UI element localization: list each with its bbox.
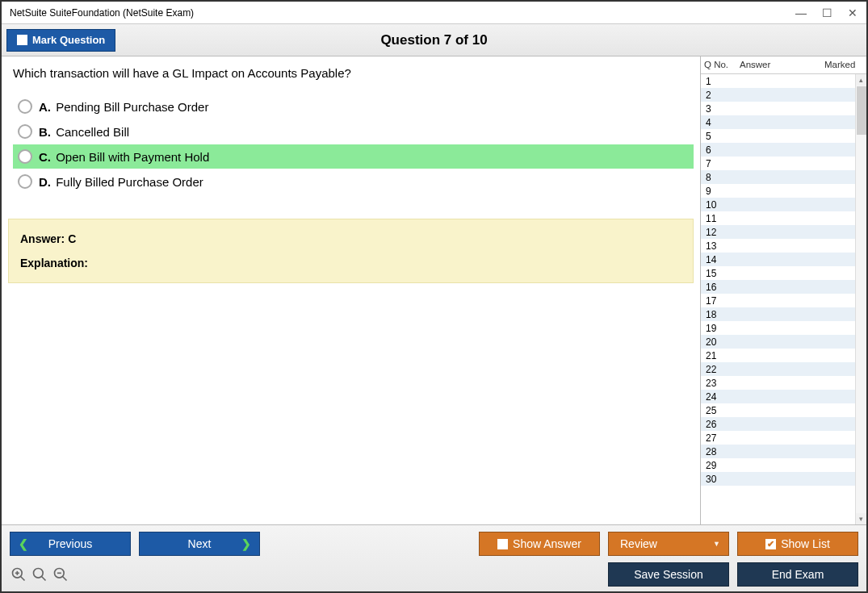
cell-qno: 22 <box>701 364 736 375</box>
next-button[interactable]: Next ❯ <box>139 532 260 556</box>
chevron-down-icon: ▼ <box>713 540 720 548</box>
option-c[interactable]: C. Open Bill with Payment Hold <box>13 144 694 169</box>
cell-qno: 19 <box>701 323 736 334</box>
radio-icon[interactable] <box>18 99 32 114</box>
mark-question-checkbox[interactable] <box>17 35 27 45</box>
cell-qno: 21 <box>701 350 736 361</box>
option-b[interactable]: B. Cancelled Bill <box>13 119 694 144</box>
cell-qno: 14 <box>701 254 736 265</box>
question-position-title: Question 7 of 10 <box>2 32 866 48</box>
footer-row-2: Save Session End Exam <box>10 562 858 587</box>
question-list-header: Q No. Answer Marked <box>701 56 866 74</box>
option-d[interactable]: D. Fully Billed Purchase Order <box>13 169 694 194</box>
titlebar: NetSuite SuiteFoundation (NetSuite Exam)… <box>2 2 866 24</box>
maximize-icon[interactable]: ☐ <box>821 6 832 19</box>
question-list-row[interactable]: 29 <box>701 458 855 472</box>
show-answer-button[interactable]: Show Answer <box>479 532 600 556</box>
question-list-row[interactable]: 15 <box>701 266 855 280</box>
scroll-up-icon[interactable]: ▴ <box>856 74 866 86</box>
svg-point-4 <box>34 569 44 578</box>
cell-qno: 8 <box>701 172 736 183</box>
question-area: Which transaction will have a GL Impact … <box>2 56 700 524</box>
answer-label: Answer: <box>20 232 65 245</box>
scroll-thumb[interactable] <box>857 86 866 135</box>
cell-qno: 5 <box>701 131 736 142</box>
footer-row-1: ❮ Previous Next ❯ Show Answer Review ▼ ✔… <box>10 532 858 556</box>
question-list-row[interactable]: 28 <box>701 445 855 458</box>
close-icon[interactable]: ✕ <box>847 6 858 19</box>
option-a[interactable]: A. Pending Bill Purchase Order <box>13 94 694 119</box>
question-list-row[interactable]: 19 <box>701 321 855 335</box>
mark-question-button[interactable]: Mark Question <box>6 29 115 52</box>
question-list-row[interactable]: 25 <box>701 403 855 417</box>
question-list-row[interactable]: 24 <box>701 390 855 403</box>
question-list-row[interactable]: 27 <box>701 431 855 445</box>
question-list-row[interactable]: 12 <box>701 225 855 239</box>
show-list-checkbox[interactable]: ✔ <box>765 539 776 549</box>
radio-icon[interactable] <box>18 124 32 139</box>
question-list-row[interactable]: 13 <box>701 239 855 253</box>
question-list-row[interactable]: 8 <box>701 170 855 184</box>
app-window: NetSuite SuiteFoundation (NetSuite Exam)… <box>0 0 868 593</box>
cell-qno: 30 <box>701 474 736 485</box>
question-list-row[interactable]: 10 <box>701 198 855 211</box>
window-title: NetSuite SuiteFoundation (NetSuite Exam) <box>10 7 194 19</box>
question-list-row[interactable]: 11 <box>701 211 855 225</box>
question-list-row[interactable]: 9 <box>701 184 855 198</box>
zoom-out-icon[interactable] <box>52 566 69 583</box>
cell-qno: 3 <box>701 103 736 115</box>
cell-qno: 15 <box>701 268 736 279</box>
question-list-row[interactable]: 14 <box>701 253 855 266</box>
col-header-marked: Marked <box>821 56 866 73</box>
zoom-reset-icon[interactable] <box>31 566 48 583</box>
cell-qno: 10 <box>701 199 736 211</box>
svg-line-5 <box>42 577 46 581</box>
question-list-row[interactable]: 7 <box>701 157 855 170</box>
zoom-in-icon[interactable] <box>10 566 27 583</box>
options-list: A. Pending Bill Purchase OrderB. Cancell… <box>8 94 694 194</box>
question-text: Which transaction will have a GL Impact … <box>8 66 694 80</box>
question-list-scrollbar[interactable]: ▴ ▾ <box>855 74 866 524</box>
question-list-row[interactable]: 4 <box>701 115 855 129</box>
show-list-button[interactable]: ✔ Show List <box>737 532 858 556</box>
cell-qno: 28 <box>701 446 736 457</box>
question-list-row[interactable]: 16 <box>701 280 855 294</box>
question-list-row[interactable]: 22 <box>701 362 855 376</box>
option-label: C. Open Bill with Payment Hold <box>39 150 209 164</box>
cell-qno: 11 <box>701 213 736 224</box>
scroll-down-icon[interactable]: ▾ <box>856 513 866 524</box>
question-list-row[interactable]: 26 <box>701 417 855 431</box>
question-list-row[interactable]: 21 <box>701 349 855 362</box>
question-list-row[interactable]: 3 <box>701 102 855 115</box>
question-list-row[interactable]: 6 <box>701 143 855 157</box>
radio-icon[interactable] <box>18 149 32 164</box>
option-label: A. Pending Bill Purchase Order <box>39 100 208 114</box>
show-list-label: Show List <box>781 537 830 550</box>
review-dropdown[interactable]: Review ▼ <box>608 532 729 556</box>
previous-button[interactable]: ❮ Previous <box>10 532 131 556</box>
answer-panel: Answer: C Explanation: <box>8 219 694 283</box>
answer-value: C <box>68 232 76 245</box>
cell-qno: 7 <box>701 158 736 169</box>
show-answer-checkbox[interactable] <box>497 539 508 549</box>
option-label: B. Cancelled Bill <box>39 125 129 139</box>
cell-qno: 29 <box>701 460 736 471</box>
mark-question-label: Mark Question <box>32 34 105 46</box>
save-session-button[interactable]: Save Session <box>608 562 729 587</box>
col-header-answer: Answer <box>736 56 821 73</box>
question-list-row[interactable]: 20 <box>701 335 855 349</box>
question-list-row[interactable]: 2 <box>701 88 855 102</box>
radio-icon[interactable] <box>18 174 32 189</box>
question-list-row[interactable]: 17 <box>701 294 855 307</box>
cell-qno: 20 <box>701 336 736 348</box>
question-list-row[interactable]: 1 <box>701 74 855 88</box>
question-list-row[interactable]: 18 <box>701 307 855 321</box>
question-list-row[interactable]: 23 <box>701 376 855 390</box>
explanation-label: Explanation: <box>20 257 681 269</box>
question-list-row[interactable]: 30 <box>701 472 855 486</box>
end-exam-button[interactable]: End Exam <box>737 562 858 587</box>
question-list-row[interactable]: 5 <box>701 129 855 143</box>
minimize-icon[interactable]: — <box>795 6 807 19</box>
body-area: Which transaction will have a GL Impact … <box>2 56 866 524</box>
next-label: Next <box>188 537 212 550</box>
